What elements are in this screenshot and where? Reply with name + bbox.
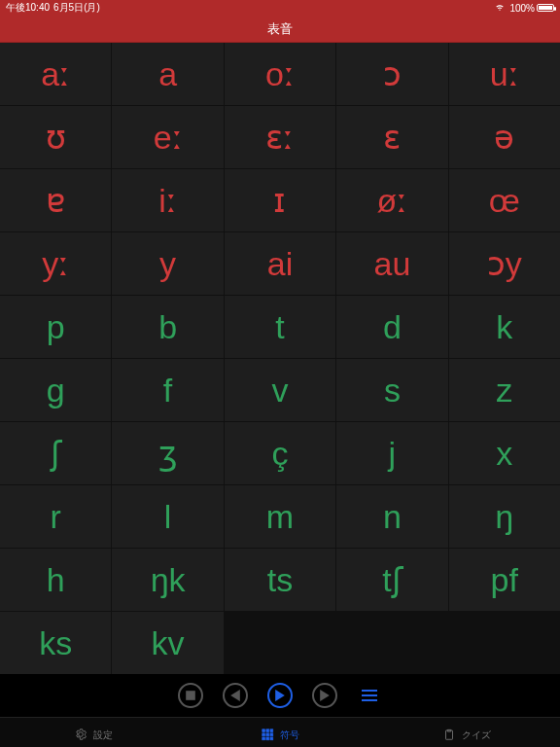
phoneme-cell[interactable]: ɔy xyxy=(449,232,560,295)
menu-button[interactable] xyxy=(357,683,382,708)
svg-rect-5 xyxy=(266,729,269,731)
phoneme-cell[interactable]: œ xyxy=(449,169,560,231)
svg-marker-1 xyxy=(230,690,240,701)
next-button[interactable] xyxy=(312,683,337,708)
phoneme-cell[interactable]: pf xyxy=(449,549,560,611)
status-bar: 午後10:40 6月5日(月) 100% xyxy=(0,0,560,16)
svg-rect-4 xyxy=(262,729,265,731)
status-time: 午後10:40 xyxy=(6,1,50,15)
phoneme-cell[interactable]: ɪ xyxy=(225,169,335,231)
empty-cell xyxy=(449,612,560,674)
phoneme-cell[interactable]: f xyxy=(112,359,223,421)
playback-controls xyxy=(0,674,560,717)
phoneme-cell[interactable]: ks xyxy=(0,612,111,674)
svg-rect-8 xyxy=(266,732,269,735)
phoneme-cell[interactable]: au xyxy=(336,232,447,295)
gear-icon xyxy=(74,728,88,743)
svg-marker-3 xyxy=(320,690,330,701)
tab-symbols-label: 符号 xyxy=(280,729,299,742)
phoneme-cell[interactable]: ɔ xyxy=(336,43,447,105)
header: 表音 xyxy=(0,16,560,43)
phoneme-cell[interactable]: m xyxy=(225,485,335,548)
phoneme-cell[interactable]: s xyxy=(336,359,447,421)
svg-rect-12 xyxy=(270,736,273,739)
phoneme-cell[interactable]: ai xyxy=(225,232,335,295)
phoneme-cell[interactable]: øː xyxy=(336,169,447,231)
phoneme-cell[interactable]: oː xyxy=(225,43,335,105)
phoneme-cell[interactable]: x xyxy=(449,422,560,484)
empty-cell xyxy=(225,612,335,674)
menu-icon xyxy=(362,690,377,701)
phoneme-cell[interactable]: l xyxy=(112,485,223,548)
phoneme-cell[interactable]: g xyxy=(0,359,111,421)
clipboard-icon xyxy=(442,728,456,743)
svg-rect-10 xyxy=(262,736,265,739)
svg-rect-6 xyxy=(270,729,273,731)
phoneme-cell[interactable]: uː xyxy=(449,43,560,105)
battery-pct: 100% xyxy=(509,3,535,14)
phoneme-cell[interactable]: k xyxy=(449,296,560,358)
phoneme-cell[interactable]: r xyxy=(0,485,111,548)
phoneme-cell[interactable]: ŋk xyxy=(112,549,223,611)
phoneme-cell[interactable]: v xyxy=(225,359,335,421)
phoneme-cell[interactable]: iː xyxy=(112,169,223,231)
page-title: 表音 xyxy=(267,20,293,38)
play-button[interactable] xyxy=(267,683,293,708)
phoneme-cell[interactable]: tʃ xyxy=(336,549,447,611)
phoneme-cell[interactable]: h xyxy=(0,549,111,611)
phoneme-grid: aːaoːɔuːʊeːɛːɛəɐiːɪøːœyːyaiauɔypbtdkgfvs… xyxy=(0,43,560,674)
phoneme-cell[interactable]: ç xyxy=(225,422,335,484)
phoneme-cell[interactable]: ŋ xyxy=(449,485,560,548)
prev-button[interactable] xyxy=(223,683,248,708)
phoneme-cell[interactable]: a xyxy=(112,43,223,105)
stop-button[interactable] xyxy=(178,683,203,708)
svg-rect-0 xyxy=(186,691,195,700)
tab-symbols[interactable]: 符号 xyxy=(187,718,373,747)
svg-rect-11 xyxy=(266,736,269,739)
phoneme-cell[interactable]: eː xyxy=(112,106,223,168)
phoneme-cell[interactable]: ʒ xyxy=(112,422,223,484)
wifi-icon xyxy=(494,2,506,14)
svg-rect-9 xyxy=(270,732,273,735)
battery-icon: 100% xyxy=(509,3,554,14)
phoneme-cell[interactable]: y xyxy=(112,232,223,295)
tab-quiz[interactable]: クイズ xyxy=(373,718,560,747)
empty-cell xyxy=(336,612,447,674)
phoneme-cell[interactable]: ɛː xyxy=(225,106,335,168)
phoneme-cell[interactable]: ts xyxy=(225,549,335,611)
phoneme-cell[interactable]: z xyxy=(449,359,560,421)
phoneme-cell[interactable]: ʊ xyxy=(0,106,111,168)
phoneme-cell[interactable]: d xyxy=(336,296,447,358)
phoneme-cell[interactable]: ɛ xyxy=(336,106,447,168)
phoneme-cell[interactable]: ə xyxy=(449,106,560,168)
phoneme-cell[interactable]: p xyxy=(0,296,111,358)
svg-rect-7 xyxy=(262,732,265,735)
tab-quiz-label: クイズ xyxy=(462,729,491,742)
phoneme-cell[interactable]: b xyxy=(112,296,223,358)
status-right: 100% xyxy=(494,2,554,14)
phoneme-cell[interactable]: ʃ xyxy=(0,422,111,484)
grid-icon xyxy=(261,728,274,743)
phoneme-cell[interactable]: j xyxy=(336,422,447,484)
phoneme-cell[interactable]: yː xyxy=(0,232,111,295)
svg-marker-2 xyxy=(275,690,285,701)
tab-bar: 設定 符号 クイズ xyxy=(0,717,560,747)
phoneme-cell[interactable]: t xyxy=(225,296,335,358)
tab-settings-label: 設定 xyxy=(93,729,113,742)
phoneme-cell[interactable]: aː xyxy=(0,43,111,105)
status-date: 6月5日(月) xyxy=(53,1,100,15)
status-left: 午後10:40 6月5日(月) xyxy=(6,1,100,15)
phoneme-cell[interactable]: n xyxy=(336,485,447,548)
phoneme-cell[interactable]: kv xyxy=(112,612,223,674)
phoneme-cell[interactable]: ɐ xyxy=(0,169,111,231)
tab-settings[interactable]: 設定 xyxy=(0,718,187,747)
